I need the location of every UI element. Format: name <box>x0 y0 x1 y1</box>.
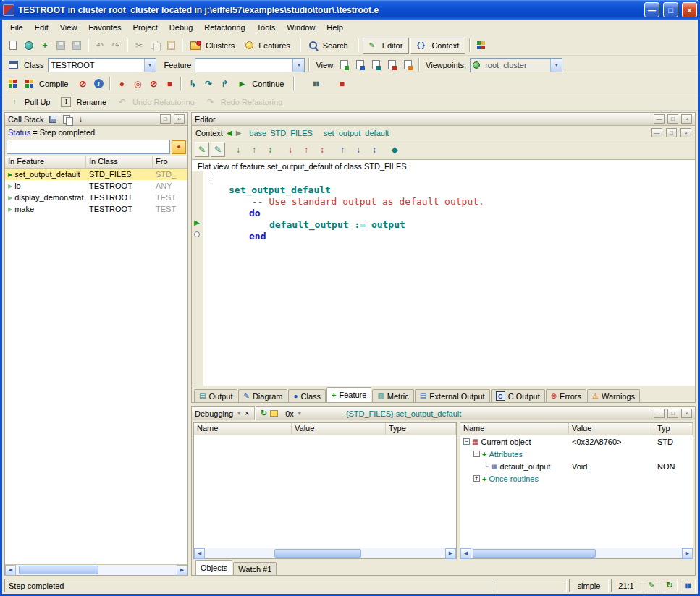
scroll-right-icon[interactable]: ▶ <box>682 548 693 559</box>
scroll-thumb[interactable] <box>19 566 98 574</box>
feature-combo-arrow[interactable]: ▼ <box>292 59 304 72</box>
object-tree-row[interactable]: + + Once routines <box>460 472 693 485</box>
menu-view[interactable]: View <box>54 21 83 34</box>
object-tree-row[interactable]: − ▦ Current object <0x32A8760> STD <box>460 435 693 448</box>
cut-icon[interactable]: ✂ <box>132 38 146 53</box>
scroll-thumb[interactable] <box>473 549 596 558</box>
scroll-thumb[interactable] <box>274 549 361 558</box>
object-tree-row[interactable]: − + Attributes <box>460 448 693 460</box>
code-area[interactable]: ▶ set_output_default -- Use standard out… <box>192 171 695 386</box>
tab-external-output[interactable]: ▤External Output <box>415 389 490 402</box>
watch-column-value[interactable]: Value <box>292 423 386 435</box>
class-hierarchy-icon[interactable]: ↕ <box>367 142 381 157</box>
rename-button[interactable]: I Rename <box>57 94 112 110</box>
collapse-icon[interactable]: − <box>463 438 470 445</box>
copy-call-stack-icon[interactable] <box>62 114 73 124</box>
objects-column-value[interactable]: Value <box>569 423 654 435</box>
flat-view-icon[interactable] <box>368 58 383 72</box>
tab-c-output[interactable]: CC Output <box>491 389 545 402</box>
edit-class-icon[interactable]: ✎ <box>211 142 225 157</box>
info-icon[interactable]: I <box>91 77 106 91</box>
expand-icon[interactable]: + <box>473 475 480 482</box>
clickable-view-icon[interactable] <box>353 58 367 72</box>
exception-handling-icon[interactable]: ■ <box>162 77 177 91</box>
maximize-button[interactable]: □ <box>663 2 678 17</box>
debugging-close-icon[interactable]: × <box>245 409 249 417</box>
column-in-class[interactable]: In Class <box>86 156 153 168</box>
external-commands-icon[interactable] <box>474 38 489 53</box>
continue-button[interactable]: ▶ Continue <box>233 76 290 92</box>
import-call-stack-icon[interactable]: ↓ <box>76 114 86 124</box>
viewpoints-combo-arrow[interactable]: ▼ <box>550 59 562 72</box>
menu-refactoring[interactable]: Refactoring <box>198 21 250 34</box>
close-button[interactable]: × <box>682 2 697 17</box>
context-maximize-icon[interactable]: □ <box>666 128 677 137</box>
refresh-objects-icon[interactable]: ↻ <box>261 409 267 418</box>
descendants-icon[interactable]: ↓ <box>351 142 366 157</box>
viewpoints-combo[interactable]: root_cluster ▼ <box>470 58 562 72</box>
stack-depth-button[interactable]: ● <box>172 140 186 154</box>
editor-toggle-button[interactable]: ✎ Editor <box>363 38 410 54</box>
objects-column-type[interactable]: Typ <box>654 423 693 435</box>
disable-breakpoints-icon[interactable]: ◎ <box>130 77 145 91</box>
object-tree-row[interactable]: └ ▦ default_output Void NON <box>460 460 693 472</box>
undo-refactoring-button[interactable]: ↶ Undo Refactoring <box>114 94 201 110</box>
save-all-icon[interactable] <box>69 38 84 53</box>
menu-debug[interactable]: Debug <box>164 21 198 34</box>
new-file-icon[interactable] <box>6 38 20 53</box>
scroll-left-icon[interactable]: ◀ <box>194 548 205 559</box>
tab-output[interactable]: ▤Output <box>194 389 237 402</box>
feature-relations-icon[interactable]: ◆ <box>387 142 402 157</box>
tab-objects[interactable]: Objects <box>195 560 232 575</box>
breakpoint-gutter[interactable]: ▶ <box>192 171 203 386</box>
undo-icon[interactable]: ↶ <box>93 38 107 53</box>
call-stack-row[interactable]: ▶display_demonstrat... TESTROOT TEST <box>5 192 187 203</box>
dock-call-stack-icon[interactable]: □ <box>160 114 171 124</box>
editor-close-icon[interactable]: × <box>681 114 692 124</box>
edit-feature-icon[interactable]: ✎ <box>195 142 209 157</box>
call-stack-hscrollbar[interactable]: ◀ ▶ <box>5 564 187 575</box>
objects-hscrollbar[interactable]: ◀ ▶ <box>460 548 693 558</box>
new-window-icon[interactable] <box>6 58 20 72</box>
feature-combo[interactable]: ▼ <box>195 58 305 72</box>
context-minimize-icon[interactable]: — <box>651 128 662 137</box>
save-icon[interactable] <box>54 38 68 53</box>
scroll-right-icon[interactable]: ▶ <box>445 548 456 559</box>
menu-favorites[interactable]: Favorites <box>83 21 127 34</box>
crumb-feature[interactable]: set_output_default <box>324 129 389 137</box>
pause-button[interactable]: ▮▮ <box>308 77 323 91</box>
assignees-icon[interactable]: ↑ <box>299 142 313 157</box>
context-toggle-button[interactable]: { } Context <box>410 38 465 54</box>
redo-icon[interactable]: ↷ <box>109 38 123 53</box>
tab-watch-1[interactable]: Watch #1 <box>233 562 277 575</box>
history-back-icon[interactable]: ◀ <box>227 129 232 137</box>
history-forward-icon[interactable]: ▶ <box>236 129 242 137</box>
close-call-stack-icon[interactable]: × <box>174 114 185 124</box>
exception-message-icon[interactable] <box>270 410 278 417</box>
crumb-library[interactable]: base <box>249 129 266 137</box>
hex-toggle[interactable]: 0x <box>285 409 294 418</box>
hex-dropdown-icon[interactable]: ▼ <box>297 410 303 417</box>
watch-column-type[interactable]: Type <box>386 423 456 435</box>
open-file-icon[interactable] <box>22 38 36 53</box>
breakpoint-slot-icon[interactable] <box>194 231 200 237</box>
tab-class[interactable]: ●Class <box>288 389 326 402</box>
scroll-left-icon[interactable]: ◀ <box>5 565 16 576</box>
stop-button[interactable]: ■ <box>334 77 349 91</box>
step-into-icon[interactable]: ↳ <box>185 77 200 91</box>
copy-icon[interactable] <box>148 38 162 53</box>
contract-view-icon[interactable] <box>384 58 399 72</box>
ancestors-icon[interactable]: ↑ <box>335 142 350 157</box>
editor-minimize-icon[interactable]: — <box>654 114 665 124</box>
debugging-maximize-icon[interactable]: □ <box>667 409 678 418</box>
collapse-icon[interactable]: − <box>473 451 480 457</box>
menu-tools[interactable]: Tools <box>251 21 282 34</box>
scroll-right-icon[interactable]: ▶ <box>177 565 187 576</box>
code-text[interactable]: set_output_default -- Use standard outpu… <box>203 171 695 386</box>
search-button[interactable]: Search <box>305 38 354 54</box>
menu-window[interactable]: Window <box>281 21 321 34</box>
tab-warnings[interactable]: ⚠Warnings <box>587 389 640 402</box>
debugging-close-button[interactable]: × <box>681 409 692 418</box>
project-settings-icon[interactable] <box>6 77 20 91</box>
scroll-left-icon[interactable]: ◀ <box>460 548 471 559</box>
